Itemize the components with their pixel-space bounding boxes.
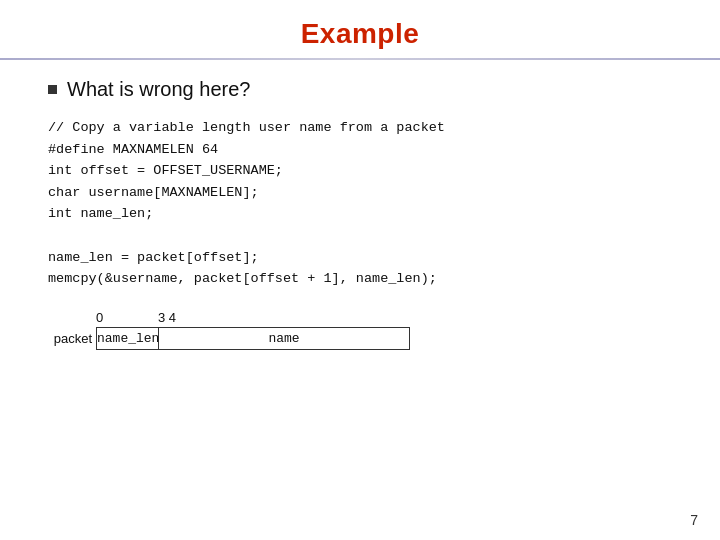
bullet-icon (48, 85, 57, 94)
code-block: // Copy a variable length user name from… (0, 117, 720, 290)
code-line-4: char username[MAXNAMELEN]; (48, 182, 672, 204)
diagram-cells: name_len name (96, 327, 410, 350)
code-line-7: name_len = packet[offset]; (48, 247, 672, 269)
bullet-section: What is wrong here? (0, 78, 720, 101)
bullet-item: What is wrong here? (48, 78, 672, 101)
diagram-row: packet name_len name (48, 327, 672, 350)
code-line-1: // Copy a variable length user name from… (48, 117, 672, 139)
code-line-5: int name_len; (48, 203, 672, 225)
slide: Example What is wrong here? // Copy a va… (0, 0, 720, 540)
title-area: Example (0, 0, 720, 58)
code-line-2: #define MAXNAMELEN 64 (48, 139, 672, 161)
page-number: 7 (690, 512, 698, 528)
code-line-3: int offset = OFFSET_USERNAME; (48, 160, 672, 182)
cell-name-len: name_len (97, 328, 159, 349)
cell-name: name (159, 328, 409, 349)
diagram-label: packet (48, 331, 96, 346)
diagram-num-0: 0 (96, 310, 144, 325)
diagram-num-34: 3 4 (158, 310, 186, 325)
diagram-area: 0 3 4 packet name_len name (0, 300, 720, 350)
bullet-text: What is wrong here? (67, 78, 250, 101)
title-divider (0, 58, 720, 60)
slide-title: Example (301, 18, 420, 49)
code-line-8: memcpy(&username, packet[offset + 1], na… (48, 268, 672, 290)
code-line-blank (48, 225, 672, 247)
